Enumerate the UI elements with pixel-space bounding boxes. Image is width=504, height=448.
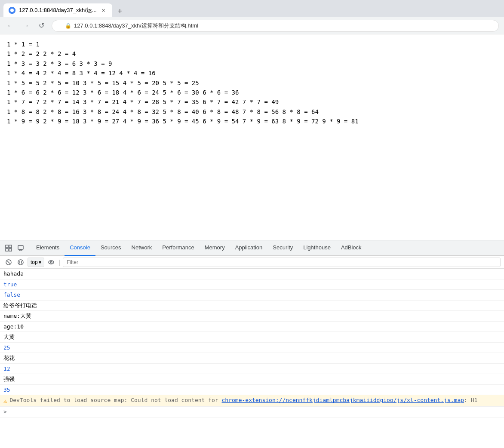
svg-point-11 (18, 260, 23, 265)
top-label: top (31, 259, 38, 265)
console-prompt[interactable]: > (0, 407, 504, 417)
table-row: 1 * 8 = 8 2 * 8 = 16 3 * 8 = 24 4 * 8 = … (7, 107, 497, 117)
filter-input[interactable] (63, 258, 501, 267)
devtools-tab-adblock[interactable]: AdBlock (336, 240, 367, 256)
list-item: true (0, 279, 504, 290)
browser-titlebar: 127.0.0.1:8848/day37_xkh/运... ✕ + (0, 0, 504, 17)
pause-button[interactable] (15, 257, 26, 267)
list-item: 25 (0, 343, 504, 353)
tab-favicon (9, 7, 15, 14)
page-content: 1 * 1 = 11 * 2 = 2 2 * 2 = 41 * 3 = 3 2 … (0, 34, 504, 240)
list-item: age:10 (0, 322, 504, 332)
table-row: 1 * 2 = 2 2 * 2 = 4 (7, 49, 497, 58)
active-tab[interactable]: 127.0.0.1:8848/day37_xkh/运... ✕ (3, 3, 112, 17)
list-item: 强强 (0, 374, 504, 385)
console-toolbar: top ▾ | (0, 256, 504, 269)
svg-rect-3 (9, 245, 12, 248)
svg-rect-7 (19, 250, 22, 251)
tab-close-button[interactable]: ✕ (100, 7, 107, 14)
table-row: 1 * 3 = 3 2 * 3 = 6 3 * 3 = 9 (7, 59, 497, 68)
forward-button[interactable]: → (21, 21, 31, 31)
tab-title: 127.0.0.1:8848/day37_xkh/运... (19, 6, 97, 14)
device-icon[interactable] (15, 243, 26, 253)
devtools-tab-application[interactable]: Application (230, 240, 268, 256)
devtools-icon-group (3, 243, 26, 253)
console-output: hahadatruefalse给爷爷打电话name:大黄age:10大黄25花花… (0, 269, 504, 446)
table-row: 1 * 4 = 4 2 * 4 = 8 3 * 4 = 12 4 * 4 = 1… (7, 68, 497, 78)
back-button[interactable]: ← (5, 21, 15, 31)
table-row: 1 * 9 = 9 2 * 9 = 18 3 * 9 = 27 4 * 9 = … (7, 117, 497, 126)
list-item: 大黄 (0, 332, 504, 343)
inspect-icon[interactable] (3, 243, 14, 253)
svg-line-10 (7, 261, 10, 264)
list-item: name:大黄 (0, 311, 504, 322)
svg-rect-5 (9, 249, 12, 251)
svg-point-15 (50, 261, 52, 263)
svg-rect-2 (6, 245, 8, 248)
table-row: 1 * 1 = 1 (7, 40, 497, 49)
svg-point-14 (49, 261, 54, 264)
list-item: 花花 (0, 353, 504, 364)
devtools-tab-security[interactable]: Security (267, 240, 298, 256)
console-error-line: ⚠DevTools failed to load source map: Cou… (0, 395, 504, 407)
devtools-tab-memory[interactable]: Memory (200, 240, 230, 256)
context-dropdown[interactable]: top ▾ (28, 258, 44, 267)
list-item: false (0, 290, 504, 301)
new-tab-button[interactable]: + (114, 5, 126, 17)
devtools-tab-elements[interactable]: Elements (31, 240, 65, 256)
address-bar: ← → ↺ 🔒 127.0.0.1:8848/day37_xkh/运算符和分支结… (0, 17, 504, 34)
clear-console-button[interactable] (3, 257, 14, 267)
svg-rect-6 (18, 245, 23, 249)
dropdown-arrow-icon: ▾ (39, 259, 41, 265)
svg-rect-4 (6, 249, 8, 251)
address-text: 127.0.0.1:8848/day37_xkh/运算符和分支结构.html (74, 22, 198, 30)
warning-icon: ⚠ (3, 396, 7, 405)
table-row: 1 * 7 = 7 2 * 7 = 14 3 * 7 = 21 4 * 7 = … (7, 97, 497, 107)
devtools-tab-sources[interactable]: Sources (95, 240, 126, 256)
error-link[interactable]: chrome-extension://ncennffkjdiamlpmcbajk… (222, 397, 464, 403)
table-row: 1 * 6 = 6 2 * 6 = 12 3 * 6 = 18 4 * 6 = … (7, 88, 497, 97)
list-item: 35 (0, 385, 504, 396)
devtools-tab-lighthouse[interactable]: Lighthouse (298, 240, 336, 256)
tab-bar: 127.0.0.1:8848/day37_xkh/运... ✕ + (3, 0, 126, 17)
error-text: DevTools failed to load source map: Coul… (9, 396, 477, 405)
filter-separator: | (59, 259, 61, 266)
address-input[interactable]: 🔒 127.0.0.1:8848/day37_xkh/运算符和分支结构.html (52, 20, 499, 32)
list-item: 12 (0, 364, 504, 374)
devtools-tabs: ElementsConsoleSourcesNetworkPerformance… (0, 240, 504, 256)
list-item: hahada (0, 269, 504, 279)
list-item: 给爷爷打电话 (0, 301, 504, 311)
devtools-tab-network[interactable]: Network (126, 240, 157, 256)
table-row: 1 * 5 = 5 2 * 5 = 10 3 * 5 = 15 4 * 5 = … (7, 78, 497, 88)
devtools-tab-performance[interactable]: Performance (157, 240, 199, 256)
eye-icon[interactable] (46, 257, 56, 267)
devtools-panel: ElementsConsoleSourcesNetworkPerformance… (0, 240, 504, 446)
devtools-tab-console[interactable]: Console (65, 240, 95, 256)
reload-button[interactable]: ↺ (36, 21, 46, 31)
devtools-tabs-container: ElementsConsoleSourcesNetworkPerformance… (31, 240, 367, 256)
svg-point-1 (10, 9, 14, 12)
lock-icon: 🔒 (65, 23, 71, 29)
